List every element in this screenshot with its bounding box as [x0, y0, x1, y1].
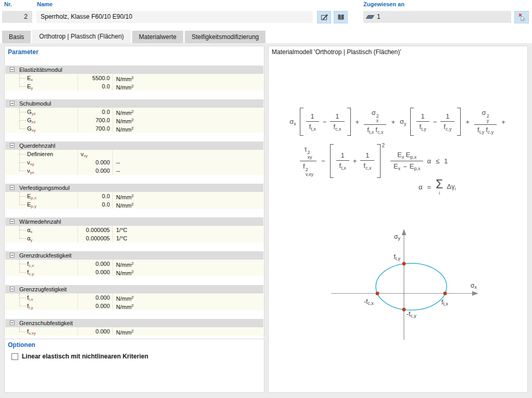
pick-objects-button[interactable] — [514, 11, 529, 23]
collapse-minus-icon[interactable] — [10, 219, 15, 224]
collapse-minus-icon[interactable] — [10, 143, 15, 148]
yield-criterion-formula-line1: σx1ft,x−1fc,x+σ2xft,xfc,x+σy1ft,y−1fc,y+… — [269, 108, 527, 136]
parameter-unit: N/mm2 — [113, 260, 263, 268]
material-dialog: { "header": { "nr_label": "Nr.", "nr_val… — [0, 0, 532, 398]
parameter-value[interactable]: 0.000 — [78, 293, 113, 302]
collapse-minus-icon[interactable] — [10, 101, 15, 106]
fraction: 1fc,y — [440, 111, 454, 133]
parameter-symbol: αy — [5, 234, 78, 242]
parameter-symbol: νxy — [5, 158, 78, 166]
parameter-value[interactable]: 0.0 — [78, 192, 113, 200]
tree-line — [19, 78, 26, 79]
group-label: Querdehnzahl — [19, 142, 55, 150]
collapse-minus-icon[interactable] — [10, 253, 15, 258]
group-header[interactable]: Grenzdruckfestigkeit — [5, 251, 263, 260]
symbol: f2v,xy — [303, 162, 313, 177]
parameter-value[interactable]: νxy — [78, 150, 113, 158]
parameter-symbol: Ep,x — [5, 192, 78, 200]
bracket-inner: 1ft,x+1fc,x — [336, 150, 375, 172]
parameter-value[interactable]: 700.0 — [78, 116, 113, 124]
tree-line — [19, 196, 26, 197]
parameter-row: Ep,x0.0N/mm2 — [5, 192, 263, 200]
tree-line — [19, 192, 20, 204]
denominator: fc,x — [330, 122, 344, 133]
parameter-symbol: Ep,y — [5, 200, 78, 209]
assigned-to-field[interactable]: 1 — [363, 11, 511, 23]
parameter-value[interactable]: 0.000 — [78, 158, 113, 166]
collapse-minus-icon[interactable] — [10, 287, 15, 291]
tab-basis[interactable]: Basis — [2, 31, 31, 43]
operator: + — [390, 118, 396, 126]
group-header[interactable]: Querdehnzahl — [5, 142, 263, 150]
symbol: fc,x — [333, 123, 341, 132]
parameter-unit: N/mm2 — [113, 192, 263, 200]
parameter-unit: N/mm2 — [113, 327, 263, 336]
parameter-unit: N/mm2 — [113, 116, 263, 124]
tree-line — [19, 120, 26, 121]
symbol: Ep,x — [410, 162, 421, 171]
parameter-value[interactable]: 0.000 — [78, 327, 113, 336]
symbol: νxy — [81, 151, 88, 157]
tab-steifigkeitsmodifizierung[interactable]: Steifigkeitsmodifizierung — [185, 31, 265, 43]
parameter-value[interactable]: 0.0 — [78, 108, 113, 116]
parameter-value[interactable]: 700.0 — [78, 124, 113, 133]
group-label: Grenzzugfestigkeit — [19, 285, 67, 293]
symbol: fv,xy — [27, 328, 36, 335]
denominator: fc,y — [440, 122, 454, 133]
parameter-value[interactable]: 0.0 — [78, 200, 113, 209]
tree-line — [19, 331, 26, 332]
symbol: αy — [27, 235, 32, 241]
material-library-button[interactable] — [334, 11, 348, 23]
symbol: σ2x — [372, 109, 379, 123]
collapse-minus-icon[interactable] — [10, 67, 15, 72]
parameter-value[interactable]: 0.000005 — [78, 234, 113, 242]
parameter-row: αx0.0000051/°C — [5, 226, 263, 234]
parameter-value[interactable]: 0.000 — [78, 268, 113, 276]
parameter-row: νxy0.000-- — [5, 158, 263, 166]
parameter-symbol: Ey — [5, 82, 78, 91]
collapse-minus-icon[interactable] — [10, 185, 15, 190]
group-label: Verfestigungsmodul — [19, 184, 70, 192]
denominator: fc,x — [360, 161, 374, 172]
symbol: ft,x — [27, 294, 33, 301]
tab-materialwerte[interactable]: Materialwerte — [132, 31, 183, 43]
parameter-value[interactable]: 5500.0 — [78, 74, 113, 82]
numerator: 1 — [360, 150, 374, 161]
group-header[interactable]: Schubmodul — [5, 99, 263, 108]
group-header[interactable]: Elastizitätsmodul — [5, 66, 263, 74]
tree-line — [19, 306, 26, 306]
parameter-value[interactable]: 0.0 — [78, 82, 113, 91]
formula-number: 1 — [365, 151, 369, 159]
denominator: ft,y — [416, 122, 429, 133]
parameter-group: Wärmedehnzahlαx0.0000051/°Cαy0.0000051/°… — [5, 217, 263, 251]
group-header[interactable]: Grenzzugfestigkeit — [5, 285, 263, 293]
parameter-row: αy0.0000051/°C — [5, 234, 263, 242]
linear-elastic-checkbox[interactable] — [11, 353, 18, 360]
parameter-group: SchubmodulGyz0.0N/mm2Gxz700.0N/mm2Gxy700… — [5, 99, 263, 142]
material-name-field[interactable]: Sperrholz, Klasse F60/10 E90/10 — [36, 11, 313, 23]
nr-field[interactable]: 2 — [2, 11, 32, 23]
parameter-unit: N/mm2 — [113, 124, 263, 133]
parameter-unit: N/mm2 — [113, 302, 263, 310]
collapse-minus-icon[interactable] — [10, 320, 15, 325]
parameter-table: ElastizitätsmodulEx5500.0N/mm2Ey0.0N/mm2… — [5, 66, 263, 344]
parameter-row: fv,xy0.000N/mm2 — [5, 327, 263, 336]
rename-button[interactable] — [317, 11, 331, 23]
group-header[interactable]: Wärmedehnzahl — [5, 217, 263, 226]
parameter-value[interactable]: 0.000005 — [78, 226, 113, 234]
group-header[interactable]: Verfestigungsmodul — [5, 184, 263, 192]
spacer-row — [5, 310, 263, 319]
symbol: fc,y — [486, 126, 493, 135]
parameter-symbol: νyx — [5, 166, 78, 175]
parameter-value[interactable]: 0.000 — [78, 166, 113, 175]
spacer-row — [5, 91, 263, 99]
tab-orthotrop-plastisch[interactable]: Orthotrop | Plastisch (Flächen) — [32, 30, 131, 43]
group-header[interactable]: Grenzschubfestigkeit — [5, 319, 263, 327]
parameter-value[interactable]: 0.000 — [78, 302, 113, 310]
parameter-value[interactable]: 0.000 — [78, 260, 113, 268]
formula-number: 1 — [335, 112, 339, 120]
tree-line — [19, 226, 20, 238]
symbol: α — [419, 183, 423, 191]
symbol: ft,y — [477, 126, 484, 135]
denominator: f2v,xy — [300, 161, 316, 178]
